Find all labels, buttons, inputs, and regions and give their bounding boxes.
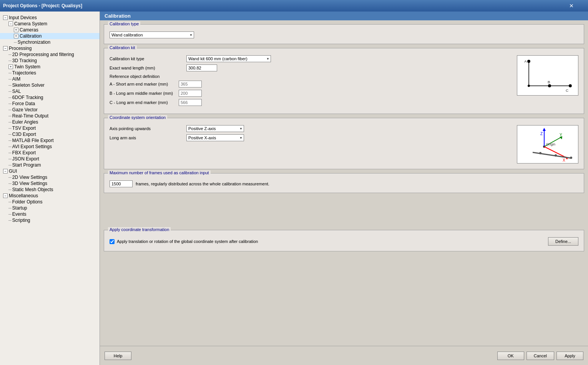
marker-b-row: B - Long arm middle marker (mm) <box>110 90 505 97</box>
wand-length-input[interactable] <box>186 64 217 71</box>
close-button[interactable]: ✕ <box>558 2 585 10</box>
sidebar-item-2d-preprocessing[interactable]: ─ 2D Preprocessing and filtering <box>0 51 100 58</box>
sidebar-label: Force Data <box>12 101 35 106</box>
expand-icon: − <box>3 169 8 173</box>
apply-coord-checkbox[interactable] <box>110 239 115 244</box>
help-button[interactable]: Help <box>105 352 131 360</box>
sidebar-item-3d-view[interactable]: ─ 3D View Settings <box>0 180 100 187</box>
kit-type-wrapper: Wand kit 600 mm (carbon fiber)Wand kit 3… <box>186 55 271 62</box>
sidebar-label: Real-Time Output <box>12 113 48 119</box>
coord-diagram: Z Y X Origin <box>517 125 578 164</box>
calibration-kit-title: Calibration kit <box>108 45 137 50</box>
tree-container: −Input Devices−Camera System+Cameras+Cal… <box>0 15 100 223</box>
sidebar-item-synchronization[interactable]: ─ Synchronization <box>0 39 100 45</box>
connector-icon: ─ <box>8 101 12 106</box>
sidebar-item-twin-system[interactable]: +Twin System <box>0 64 100 70</box>
sidebar-item-cameras[interactable]: +Cameras <box>0 27 100 33</box>
connector-icon: ─ <box>8 157 12 161</box>
connector-icon: ─ <box>8 175 12 180</box>
connector-icon: ─ <box>8 200 12 204</box>
connector-icon: ─ <box>8 58 12 63</box>
connector-icon: ─ <box>8 218 12 223</box>
kit-fields: Calibration kit type Wand kit 600 mm (ca… <box>110 55 505 108</box>
marker-b-label: B - Long arm middle marker (mm) <box>110 91 179 96</box>
sidebar-label: Trajectories <box>12 70 36 76</box>
frames-input[interactable] <box>110 180 133 187</box>
sidebar-item-miscellaneous[interactable]: −Miscellaneous <box>0 193 100 199</box>
calibration-type-select[interactable]: Wand calibrationStatic calibration <box>110 31 194 38</box>
connector-icon: ─ <box>8 126 12 130</box>
sidebar-item-calibration[interactable]: +Calibration <box>0 33 100 39</box>
content-body: Calibration type Wand calibrationStatic … <box>100 20 588 346</box>
sidebar-item-static-mesh[interactable]: ─ Static Mesh Objects <box>0 187 100 193</box>
ok-button[interactable]: OK <box>497 352 524 360</box>
marker-a-input[interactable] <box>179 81 202 88</box>
sidebar-label: Folder Options <box>12 199 43 205</box>
sidebar-label: Events <box>12 211 27 217</box>
sidebar-item-3d-tracking[interactable]: ─ 3D Tracking <box>0 58 100 64</box>
sidebar-item-startup[interactable]: ─ Startup <box>0 205 100 211</box>
apply-coord-title: Apply coordinate transformation <box>108 227 171 232</box>
sidebar-item-events[interactable]: ─ Events <box>0 211 100 217</box>
apply-button[interactable]: Apply <box>556 352 583 360</box>
marker-c-input[interactable] <box>179 99 202 106</box>
coord-system-title: Coordinate system orientation <box>108 115 167 120</box>
content-header: Calibration <box>100 12 588 20</box>
sidebar-item-processing[interactable]: −Processing <box>0 45 100 51</box>
calibration-type-wrapper: Wand calibrationStatic calibration <box>110 31 194 38</box>
content-area: Calibration Calibration type Wand calibr… <box>100 12 588 365</box>
sidebar-item-input-devices[interactable]: −Input Devices <box>0 15 100 21</box>
sidebar-item-sal[interactable]: ─ SAL <box>0 88 100 94</box>
long-arm-select[interactable]: Positive X-axisPositive Y-axisNegative X… <box>186 134 244 141</box>
wand-diagram: A B C <box>517 55 578 96</box>
sidebar-item-gui[interactable]: −GUI <box>0 168 100 174</box>
sidebar-item-euler-angles[interactable]: ─ Euler Angles <box>0 119 100 125</box>
sidebar-item-trajectories[interactable]: ─ Trajectories <box>0 70 100 76</box>
sidebar-label: Static Mesh Objects <box>12 187 53 192</box>
sidebar-item-json-export[interactable]: ─ JSON Export <box>0 156 100 162</box>
sidebar-item-folder-options[interactable]: ─ Folder Options <box>0 199 100 205</box>
define-button[interactable]: Define... <box>548 237 578 246</box>
sidebar-item-start-program[interactable]: ─ Start Program <box>0 162 100 168</box>
marker-b-input[interactable] <box>179 90 202 97</box>
sidebar-label: 3D Tracking <box>12 58 37 63</box>
cancel-button[interactable]: Cancel <box>527 352 554 360</box>
connector-icon: ─ <box>8 83 12 88</box>
bottom-bar: Help OK Cancel Apply <box>100 346 588 365</box>
sidebar-item-6dof-tracking[interactable]: ─ 6DOF Tracking <box>0 94 100 101</box>
connector-icon: ─ <box>8 71 12 75</box>
svg-point-8 <box>528 85 530 87</box>
expand-icon: + <box>14 34 18 38</box>
sidebar-item-matlab-export[interactable]: ─ MATLAB File Export <box>0 137 100 144</box>
sidebar-label: 2D Preprocessing and filtering <box>12 52 74 57</box>
calibration-kit-group: Calibration kit Calibration kit type Wan… <box>104 48 584 114</box>
sidebar-item-realtime-output[interactable]: ─ Real-Time Output <box>0 113 100 119</box>
sidebar-item-avi-export[interactable]: ─ AVI Export Settings <box>0 144 100 150</box>
sidebar-item-force-data[interactable]: ─ Force Data <box>0 101 100 107</box>
sidebar-label: GUI <box>9 168 17 174</box>
svg-line-20 <box>533 152 571 158</box>
sidebar-item-skeleton-solver[interactable]: ─ Skeleton Solver <box>0 82 100 88</box>
window-title: Project Options - [Project: Qualisys] <box>3 3 82 8</box>
expand-icon: − <box>3 193 8 198</box>
sidebar-item-c3d-export[interactable]: ─ C3D Export <box>0 131 100 137</box>
kit-type-select[interactable]: Wand kit 600 mm (carbon fiber)Wand kit 3… <box>186 55 271 62</box>
sidebar-item-aim[interactable]: ─ AIM <box>0 76 100 82</box>
sidebar-item-camera-system[interactable]: −Camera System <box>0 21 100 27</box>
sidebar-item-tsv-export[interactable]: ─ TSV Export <box>0 125 100 131</box>
sidebar-item-gaze-vector[interactable]: ─ Gaze Vector <box>0 107 100 113</box>
svg-point-3 <box>548 84 551 88</box>
long-arm-label: Long arm axis <box>110 135 186 140</box>
sidebar-item-fbx-export[interactable]: ─ FBX Export <box>0 150 100 156</box>
coord-fields: Axis pointing upwards Positive Z-axisPos… <box>110 125 505 164</box>
coord-system-group: Coordinate system orientation Axis point… <box>104 118 584 169</box>
calibration-type-title: Calibration type <box>108 21 140 26</box>
kit-type-label: Calibration kit type <box>110 56 186 61</box>
sidebar-item-2d-view[interactable]: ─ 2D View Settings <box>0 174 100 180</box>
axis-up-row: Axis pointing upwards Positive Z-axisPos… <box>110 125 505 132</box>
axis-up-select[interactable]: Positive Z-axisPositive Y-axisNegative Z… <box>186 125 244 132</box>
sidebar-item-scripting[interactable]: ─ Scripting <box>0 217 100 223</box>
sidebar-label: Twin System <box>14 64 40 69</box>
ref-object-label: Reference object definition <box>110 74 159 79</box>
connector-icon: ─ <box>8 120 12 124</box>
